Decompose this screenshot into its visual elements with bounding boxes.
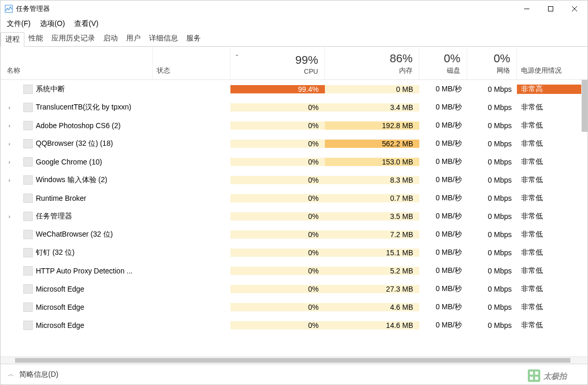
svg-rect-2	[549, 7, 553, 11]
cell-network: 0 Mbps	[467, 194, 517, 202]
cell-name: Microsoft Edge	[1, 302, 230, 312]
table-row[interactable]: Microsoft Edge0%4.6 MB0 MB/秒0 Mbps非常低	[1, 298, 587, 316]
cell-name: ›QQBrowser (32 位) (18)	[1, 139, 230, 148]
tab-performance[interactable]: 性能	[24, 32, 47, 46]
table-row[interactable]: Microsoft Edge0%27.3 MB0 MB/秒0 Mbps非常低	[1, 280, 587, 298]
table-row[interactable]: 系统中断99.4%0 MB0 MB/秒0 Mbps非常高	[1, 80, 587, 98]
process-name: Windows 输入体验 (2)	[36, 175, 107, 185]
cell-network: 0 Mbps	[467, 103, 517, 112]
close-button[interactable]	[563, 1, 586, 17]
expand-icon[interactable]: ›	[6, 213, 13, 219]
tab-services[interactable]: 服务	[182, 32, 205, 46]
tab-users[interactable]: 用户	[122, 32, 145, 46]
cell-name: Microsoft Edge	[1, 284, 230, 294]
cell-power: 非常高	[517, 85, 587, 94]
cell-network: 0 Mbps	[467, 249, 517, 257]
process-name: Microsoft Edge	[36, 321, 84, 329]
expand-icon[interactable]: ›	[6, 177, 13, 183]
cell-power: 非常低	[517, 266, 587, 276]
cell-disk: 0 MB/秒	[419, 248, 467, 257]
window-title: 任务管理器	[16, 4, 515, 13]
cell-cpu: 99.4%	[230, 85, 325, 93]
col-header-name[interactable]: 名称	[1, 47, 153, 79]
process-name: Runtime Broker	[36, 194, 86, 202]
cell-memory: 0 MB	[325, 85, 419, 93]
cell-power: 非常低	[517, 212, 587, 221]
col-header-name-label: 名称	[7, 66, 20, 75]
cell-disk: 0 MB/秒	[419, 302, 467, 312]
svg-rect-9	[535, 377, 538, 380]
minimize-button[interactable]	[515, 1, 539, 17]
col-header-network[interactable]: 0% 网络	[467, 47, 517, 79]
cell-cpu: 0%	[230, 249, 325, 257]
cell-name: ›TranslucentTB(汉化 by tpxxn)	[1, 103, 230, 112]
maximize-button[interactable]	[539, 1, 563, 17]
table-row[interactable]: ›QQBrowser (32 位) (18)0%562.2 MB0 MB/秒0 …	[1, 134, 587, 153]
cell-memory: 7.2 MB	[325, 230, 419, 239]
table-row[interactable]: WeChatBrowser (32 位)0%7.2 MB0 MB/秒0 Mbps…	[1, 225, 587, 243]
table-row[interactable]: ›TranslucentTB(汉化 by tpxxn)0%3.4 MB0 MB/…	[1, 98, 587, 116]
process-name: Adobe Photoshop CS6 (2)	[36, 121, 120, 130]
col-header-cpu[interactable]: ⌄ 99% CPU	[230, 47, 325, 79]
table-row[interactable]: ›任务管理器0%3.5 MB0 MB/秒0 Mbps非常低	[1, 207, 587, 225]
horizontal-scrollbar-track[interactable]	[1, 356, 587, 364]
cell-name: 钉钉 (32 位)	[1, 248, 230, 257]
horizontal-scrollbar-thumb[interactable]	[15, 358, 570, 363]
expand-icon[interactable]: ›	[6, 122, 13, 129]
process-name: 钉钉 (32 位)	[36, 248, 75, 257]
cell-memory: 153.0 MB	[325, 158, 419, 166]
expand-icon[interactable]: ›	[6, 159, 13, 165]
table-row[interactable]: ›Windows 输入体验 (2)0%8.3 MB0 MB/秒0 Mbps非常低	[1, 171, 587, 189]
cell-cpu: 0%	[230, 140, 325, 148]
cell-memory: 4.6 MB	[325, 303, 419, 311]
menu-view[interactable]: 查看(V)	[74, 19, 99, 29]
cell-disk: 0 MB/秒	[419, 157, 467, 167]
col-header-status[interactable]: 状态	[153, 47, 230, 79]
tab-startup[interactable]: 启动	[99, 32, 122, 46]
process-name: QQBrowser (32 位) (18)	[36, 139, 113, 148]
table-row[interactable]: HTTP Auto Proxy Detection ...0%5.2 MB0 M…	[1, 262, 587, 280]
cell-memory: 0.7 MB	[325, 194, 419, 202]
cell-cpu: 0%	[230, 285, 325, 293]
cell-power: 非常低	[517, 302, 587, 312]
network-label: 网络	[497, 66, 510, 75]
fewer-details-button[interactable]: 简略信息(D)	[19, 370, 58, 379]
cell-cpu: 0%	[230, 267, 325, 275]
cell-memory: 192.8 MB	[325, 121, 419, 130]
chevron-up-icon[interactable]: ︿	[8, 370, 14, 379]
process-icon	[23, 230, 33, 239]
cell-power: 非常低	[517, 321, 587, 330]
svg-rect-8	[530, 377, 533, 380]
expand-icon[interactable]: ›	[6, 104, 13, 111]
cell-network: 0 Mbps	[467, 285, 517, 293]
table-row[interactable]: ›Google Chrome (10)0%153.0 MB0 MB/秒0 Mbp…	[1, 153, 587, 171]
cell-disk: 0 MB/秒	[419, 284, 467, 294]
menu-options[interactable]: 选项(O)	[40, 19, 65, 29]
col-header-power[interactable]: 电源使用情况	[517, 47, 587, 79]
process-icon	[23, 266, 33, 276]
cell-disk: 0 MB/秒	[419, 321, 467, 330]
tab-processes[interactable]: 进程	[1, 32, 24, 47]
col-header-disk[interactable]: 0% 磁盘	[419, 47, 467, 79]
cell-network: 0 Mbps	[467, 321, 517, 329]
table-row[interactable]: 钉钉 (32 位)0%15.1 MB0 MB/秒0 Mbps非常低	[1, 243, 587, 262]
cpu-label: CPU	[304, 67, 318, 75]
cell-memory: 3.5 MB	[325, 212, 419, 221]
cell-disk: 0 MB/秒	[419, 212, 467, 221]
table-row[interactable]: ›Adobe Photoshop CS6 (2)0%192.8 MB0 MB/秒…	[1, 116, 587, 134]
table-row[interactable]: Runtime Broker0%0.7 MB0 MB/秒0 Mbps非常低	[1, 189, 587, 207]
tab-app-history[interactable]: 应用历史记录	[47, 32, 99, 46]
process-name: 系统中断	[36, 85, 65, 94]
expand-icon[interactable]: ›	[6, 141, 13, 147]
titlebar: 任务管理器	[1, 1, 587, 17]
process-name: TranslucentTB(汉化 by tpxxn)	[36, 103, 131, 112]
cell-name: 系统中断	[1, 85, 230, 94]
tab-details[interactable]: 详细信息	[145, 32, 182, 46]
cell-network: 0 Mbps	[467, 303, 517, 311]
process-icon	[23, 212, 33, 221]
table-row[interactable]: Microsoft Edge0%14.6 MB0 MB/秒0 Mbps非常低	[1, 316, 587, 334]
col-header-memory[interactable]: 86% 内存	[325, 47, 419, 79]
vertical-scrollbar[interactable]	[581, 80, 587, 132]
cell-memory: 562.2 MB	[325, 140, 419, 148]
menu-file[interactable]: 文件(F)	[7, 19, 31, 29]
